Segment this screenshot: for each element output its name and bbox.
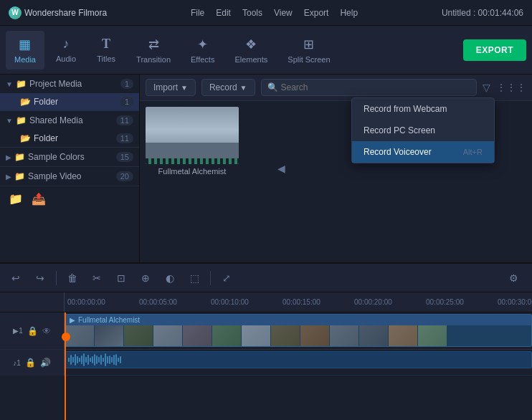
color-button[interactable]: ◐	[160, 268, 180, 288]
audio-track-body[interactable]	[65, 350, 532, 375]
app-logo: W	[9, 6, 22, 19]
colors-folder-icon: 📁	[14, 152, 25, 162]
sidebar-sample-video-header[interactable]: ▶ 📁 Sample Video 20	[0, 167, 139, 186]
ruler-marks[interactable]: 00:00:00:00 00:00:05:00 00:00:10:00 00:0…	[65, 292, 532, 312]
video-clip-fma[interactable]: ▶ Fullmetal Alchemist	[65, 314, 532, 347]
menu-view[interactable]: View	[274, 8, 293, 18]
redo-button[interactable]: ↪	[30, 268, 50, 288]
filter-icon[interactable]: ▽	[483, 82, 490, 93]
toolbar-transition[interactable]: ⇄ Transition	[128, 31, 179, 70]
dropdown-record-screen[interactable]: Record PC Screen	[352, 120, 494, 141]
audio-lock-icon[interactable]: 🔒	[25, 358, 36, 368]
ruler-time-3: 00:00:15:00	[282, 298, 320, 306]
sidebar-section-project-media: ▼ 📁 Project Media 1 📂 Folder 1	[0, 75, 139, 111]
video-clip-header: ▶ Fullmetal Alchemist	[65, 315, 531, 325]
toolbar-media[interactable]: ▦ Media	[6, 31, 44, 70]
project-media-count: 1	[120, 79, 133, 89]
playhead-marker	[62, 333, 70, 341]
frame-4	[153, 325, 182, 347]
mask-button[interactable]: ⬚	[184, 268, 204, 288]
sidebar-item-folder[interactable]: 📂 Folder 1	[0, 93, 139, 110]
main-area: ▼ 📁 Project Media 1 📂 Folder 1 ▼ 📁 Share…	[0, 75, 532, 262]
new-folder-icon[interactable]: 📁	[9, 192, 23, 206]
dropdown-record-webcam[interactable]: Record from Webcam	[352, 98, 494, 120]
lock-icon[interactable]: 🔒	[27, 326, 38, 336]
fullscreen-button[interactable]: ⤢	[217, 268, 237, 288]
frame-13	[418, 325, 447, 347]
sidebar-section-sample-video: ▶ 📁 Sample Video 20	[0, 167, 139, 186]
menu-help[interactable]: Help	[340, 8, 358, 18]
sidebar-collapse-arrow[interactable]: ◀	[277, 163, 285, 174]
splitscreen-icon: ⊞	[303, 37, 314, 52]
toolbar-splitscreen[interactable]: ⊞ Split Screen	[279, 31, 338, 70]
subfolder-icon: 📂	[20, 97, 31, 107]
menu-export[interactable]: Export	[304, 8, 329, 18]
timeline-settings-button[interactable]: ⚙	[503, 268, 523, 288]
undo-button[interactable]: ↩	[6, 268, 26, 288]
toolbar-effects[interactable]: ✦ Effects	[182, 31, 223, 70]
app-name: Wondershare Filmora	[24, 8, 107, 18]
volume-icon[interactable]: 🔊	[40, 358, 51, 368]
export-button[interactable]: EXPORT	[463, 39, 526, 61]
media-item-fma[interactable]: Fullmetal Alchemist	[146, 107, 239, 257]
audio-clip[interactable]	[65, 351, 532, 368]
audio-track-header: ♪1 🔒 🔊	[0, 350, 65, 376]
toolbar-audio[interactable]: ♪ Audio	[47, 31, 85, 69]
export-folder-icon[interactable]: 📤	[32, 192, 46, 206]
sidebar-section-sample-colors: ▶ 📁 Sample Colors 15	[0, 148, 139, 167]
media-item-name-fma: Fullmetal Alchemist	[146, 167, 239, 176]
sidebar-shared-media-header[interactable]: ▼ 📁 Shared Media 11	[0, 111, 139, 130]
record-dropdown-menu: Record from Webcam Record PC Screen Reco…	[351, 97, 495, 163]
search-input[interactable]	[281, 82, 470, 92]
sidebar-bottom-icons: 📁 📤	[0, 186, 139, 211]
menu-file[interactable]: File	[191, 8, 204, 18]
ruler-time-2: 00:00:10:00	[211, 298, 249, 306]
eye-icon[interactable]: 👁	[42, 326, 51, 336]
toolbar: ▦ Media ♪ Audio T Titles ⇄ Transition ✦ …	[0, 26, 532, 75]
delete-button[interactable]: 🗑	[62, 268, 82, 288]
menu-edit[interactable]: Edit	[216, 8, 231, 18]
shared-media-count: 11	[116, 115, 133, 125]
toolbar-audio-label: Audio	[56, 54, 76, 63]
search-icon: 🔍	[267, 82, 278, 92]
toolbar-media-label: Media	[14, 55, 36, 64]
timeline-tracks: ▶1 🔒 👁 ▶ Fullmetal Alchemist	[0, 312, 532, 420]
track-v1-label: ▶1	[13, 327, 23, 335]
toolbar-elements[interactable]: ❖ Elements	[226, 31, 276, 70]
import-dropdown[interactable]: Import ▼	[146, 79, 196, 96]
toolbar-titles[interactable]: T Titles	[87, 31, 125, 69]
ruler-time-5: 00:00:25:00	[426, 298, 464, 306]
ruler-track-label-spacer	[0, 292, 65, 312]
toolbar-splitscreen-label: Split Screen	[288, 55, 330, 64]
ruler-time-1: 00:00:05:00	[139, 298, 177, 306]
elements-icon: ❖	[245, 37, 257, 52]
sidebar: ▼ 📁 Project Media 1 📂 Folder 1 ▼ 📁 Share…	[0, 75, 140, 262]
frame-3	[124, 325, 153, 347]
frame-9	[300, 325, 329, 347]
toolbar-titles-label: Titles	[97, 54, 115, 63]
record-dropdown-btn[interactable]: Record ▼	[201, 79, 255, 96]
sample-video-count: 20	[116, 171, 133, 181]
sidebar-project-media-header[interactable]: ▼ 📁 Project Media 1	[0, 75, 139, 93]
record-arrow-icon: ▼	[240, 84, 247, 92]
dropdown-record-voiceover[interactable]: Record Voiceover Alt+R	[352, 141, 494, 163]
toolbar-effects-label: Effects	[191, 55, 214, 64]
video-track-body[interactable]: ▶ Fullmetal Alchemist	[65, 312, 532, 349]
track-a1-label: ♪1	[13, 359, 21, 367]
crop-button[interactable]: ⊡	[111, 268, 131, 288]
cut-button[interactable]: ✂	[87, 268, 107, 288]
frame-10	[330, 325, 358, 347]
sidebar-sample-colors-header[interactable]: ▶ 📁 Sample Colors 15	[0, 148, 139, 166]
grid-view-icon[interactable]: ⋮⋮⋮	[496, 82, 526, 93]
title-bar: W Wondershare Filmora File Edit Tools Vi…	[0, 0, 532, 26]
shared-folder-icon: 📁	[16, 115, 27, 125]
search-box[interactable]: 🔍	[261, 79, 477, 96]
frame-7	[242, 325, 270, 347]
media-icon: ▦	[19, 37, 31, 52]
zoom-button[interactable]: ⊕	[136, 268, 156, 288]
chevron-right-icon: ▶	[6, 153, 11, 161]
menu-tools[interactable]: Tools	[242, 8, 262, 18]
frame-6	[212, 325, 241, 347]
sidebar-item-shared-folder[interactable]: 📂 Folder 11	[0, 130, 139, 147]
titles-icon: T	[102, 37, 110, 52]
